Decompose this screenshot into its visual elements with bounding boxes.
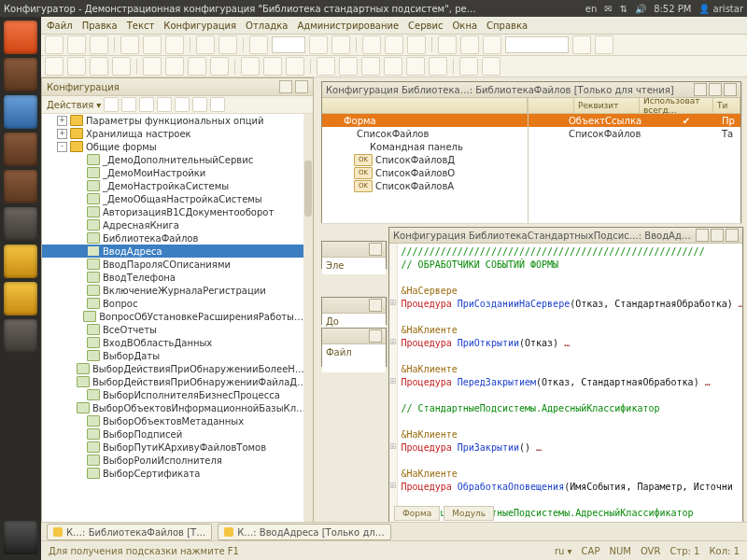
pane-pin-icon[interactable] xyxy=(279,80,292,93)
gutter-cell[interactable] xyxy=(389,361,397,374)
tree-item[interactable]: ВключениеЖурналаРегистрации xyxy=(42,284,303,297)
launcher-workspace-icon[interactable] xyxy=(4,319,37,353)
menu-help[interactable]: Справка xyxy=(486,21,528,31)
tree-item[interactable]: ВыборПутиКАрхивуФайловТомов xyxy=(42,441,303,454)
attribute-row[interactable]: СписокФайловТа xyxy=(529,127,740,140)
gutter-cell[interactable] xyxy=(389,453,397,466)
tb-btn-icon[interactable] xyxy=(339,57,358,76)
launcher-chrome-icon[interactable] xyxy=(4,207,37,241)
menu-windows[interactable]: Окна xyxy=(452,21,477,31)
user-menu[interactable]: 👤 aristar xyxy=(698,4,743,14)
tb-btn-icon[interactable] xyxy=(188,57,206,76)
tb-btn-icon[interactable] xyxy=(210,57,229,76)
launcher-files-icon[interactable] xyxy=(4,58,37,91)
launcher-dash-icon[interactable] xyxy=(4,21,37,54)
strip-label[interactable]: Эле xyxy=(326,260,345,271)
gutter-cell[interactable]: ⊞ xyxy=(389,374,397,387)
keyboard-indicator[interactable]: en xyxy=(585,4,598,14)
pane-tb-icon[interactable] xyxy=(157,97,172,112)
source-code[interactable]: ////////////////////////////////////////… xyxy=(398,244,742,544)
form-elements-tree[interactable]: ФормаСписокФайловКомандная панельOKСписо… xyxy=(322,98,529,223)
tab-module[interactable]: Модуль xyxy=(444,506,494,521)
gutter-cell[interactable] xyxy=(389,400,397,413)
tb-new-icon[interactable] xyxy=(45,35,63,54)
form-element-row[interactable]: OKСписокФайловА xyxy=(322,179,528,192)
gutter-cell[interactable] xyxy=(389,413,397,427)
tree-item[interactable]: ВводПароляСОписаниями xyxy=(42,258,303,271)
tb-btn-icon[interactable] xyxy=(331,35,350,54)
tree-item[interactable]: _ДемоДополнительныйСервис xyxy=(42,153,303,166)
tree-item[interactable]: ВыборОбъектовМетаданных xyxy=(42,414,303,427)
gutter-cell[interactable]: ⊞ xyxy=(389,296,397,309)
tb-btn-icon[interactable] xyxy=(309,35,328,54)
expander-icon[interactable]: + xyxy=(57,129,67,139)
tb-btn-icon[interactable] xyxy=(406,57,425,76)
expander-icon[interactable]: - xyxy=(57,142,67,152)
tb-btn-icon[interactable] xyxy=(572,35,591,54)
gutter-cell[interactable] xyxy=(389,466,397,479)
tb-btn-icon[interactable] xyxy=(483,35,501,54)
launcher-app-icon[interactable] xyxy=(4,170,37,203)
form-element-row[interactable]: OKСписокФайловД xyxy=(322,153,528,166)
gutter-cell[interactable] xyxy=(389,427,397,440)
tab-form[interactable]: Форма xyxy=(394,506,440,521)
tree-item[interactable]: Вопрос xyxy=(42,297,303,310)
mail-icon[interactable]: ✉ xyxy=(604,4,612,14)
tb-btn-icon[interactable] xyxy=(112,57,131,76)
tree-item[interactable]: ВходВОбластьДанных xyxy=(42,336,303,349)
tb-btn-icon[interactable] xyxy=(385,35,403,54)
tree-item[interactable]: +Параметры функциональных опций xyxy=(42,114,303,127)
tree-item[interactable]: ВводТелефона xyxy=(42,271,303,284)
pane-close-icon[interactable] xyxy=(295,80,308,93)
tb-btn-icon[interactable] xyxy=(407,35,426,54)
tb-btn-icon[interactable] xyxy=(241,57,260,76)
gutter-cell[interactable] xyxy=(389,244,397,257)
tree-item[interactable]: ВыборСертификата xyxy=(42,467,303,480)
tb-btn-icon[interactable] xyxy=(438,35,457,54)
launcher-firefox-icon[interactable] xyxy=(4,95,37,129)
doc-tab[interactable]: К…: ВводАдреса [Только дл… xyxy=(218,524,391,540)
tb-save-icon[interactable] xyxy=(90,35,108,54)
tree-item[interactable]: ВыборДействияПриОбнаруженииФайлаД… xyxy=(42,375,303,388)
configuration-tree[interactable]: +Параметры функциональных опций+Хранилищ… xyxy=(42,114,313,522)
sound-icon[interactable]: 🔊 xyxy=(635,4,646,14)
gutter-cell[interactable] xyxy=(389,283,397,296)
tb-copy-icon[interactable] xyxy=(143,35,162,54)
pane-tb-icon[interactable] xyxy=(210,97,225,112)
gutter-cell[interactable]: ⊞ xyxy=(389,479,397,492)
tb-paste-icon[interactable] xyxy=(165,35,184,54)
tree-item[interactable]: ВыборПодписей xyxy=(42,427,303,441)
fold-gutter[interactable]: ⊞⊞⊞⊞⊞ xyxy=(389,244,398,544)
tree-item[interactable]: ВыборДействияПриОбнаруженииБолееН… xyxy=(42,362,303,375)
minimize-icon[interactable] xyxy=(694,83,707,96)
col-header[interactable]: Ти xyxy=(713,98,740,113)
tree-item[interactable]: _ДемоОбщаяНастройкаСистемы xyxy=(42,192,303,205)
menu-config[interactable]: Конфигурация xyxy=(163,21,236,31)
doc-tab[interactable]: К…: БиблиотекаФайлов [Т… xyxy=(47,524,212,540)
gutter-cell[interactable]: ⊞ xyxy=(389,335,397,348)
gutter-cell[interactable] xyxy=(389,270,397,283)
form-element-row[interactable]: Командная панель xyxy=(322,140,528,153)
tb-btn-icon[interactable] xyxy=(460,35,479,54)
network-icon[interactable]: ⇅ xyxy=(620,4,627,14)
tb-btn-icon[interactable] xyxy=(317,57,335,76)
tb-btn-icon[interactable] xyxy=(143,57,162,76)
tree-item[interactable]: -Общие формы xyxy=(42,140,303,153)
tree-item[interactable]: ВыборОбъектовИнформационнойБазыКл… xyxy=(42,401,303,414)
form-element-row[interactable]: СписокФайлов xyxy=(322,127,528,140)
gutter-cell[interactable] xyxy=(389,492,397,505)
close-icon[interactable] xyxy=(369,329,382,343)
tb-btn-icon[interactable] xyxy=(429,57,447,76)
tree-item[interactable]: ВопросОбУстановкеРасширенияРаботы… xyxy=(42,310,303,323)
tb-undo-icon[interactable] xyxy=(196,35,215,54)
tb-btn-icon[interactable] xyxy=(361,57,380,76)
pane-tb-icon[interactable] xyxy=(139,97,154,112)
pane-tb-icon[interactable] xyxy=(104,97,119,112)
tb-btn-icon[interactable] xyxy=(384,57,402,76)
tb-btn-icon[interactable] xyxy=(45,57,63,76)
menu-edit[interactable]: Правка xyxy=(82,21,118,31)
menu-admin[interactable]: Администрирование xyxy=(297,21,399,31)
tree-item[interactable]: АвторизацияВ1СДокументооборот xyxy=(42,205,303,218)
launcher-1c-icon[interactable] xyxy=(4,245,37,278)
gutter-cell[interactable] xyxy=(389,257,397,270)
